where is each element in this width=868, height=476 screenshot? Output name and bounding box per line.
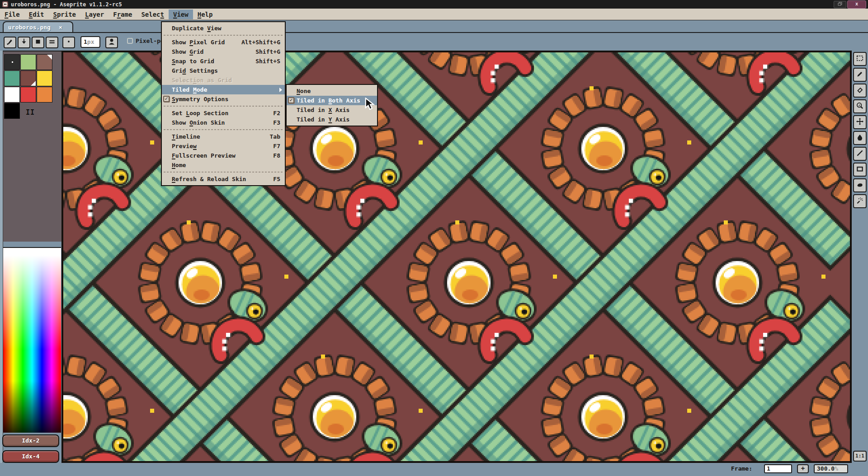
palette-swatch[interactable] [37,87,52,103]
app-icon [2,1,8,7]
view-menu-item-refresh-reload-skin[interactable]: Refresh & Reload SkinF5 [162,174,285,184]
tab-bar: uroboros.png × [0,20,868,32]
idx-4-color-button[interactable]: Idx-4 [2,450,59,463]
palette-swatch[interactable] [20,87,36,103]
palette-swatch[interactable] [20,70,36,86]
brush-size-field[interactable]: 1px [80,36,100,48]
rectangle-tool-button[interactable] [853,163,867,177]
menubar-item-file[interactable]: File [0,9,24,19]
pixel-perfect-option[interactable]: Pixel-pe [127,37,164,44]
restore-window-button[interactable] [834,1,846,8]
view-menu-item-show-pixel-grid[interactable]: Show Pixel GridAlt+Shift+G [162,37,285,47]
tool-bar: 1:1 [852,51,868,463]
view-menu-item-timeline[interactable]: TimelineTab [162,132,285,141]
view-menu-item-preview[interactable]: PreviewF7 [162,141,285,151]
move-tool-icon [856,117,864,127]
palette-swatch[interactable] [4,87,20,103]
tab-uroboros[interactable]: uroboros.png × [3,21,73,32]
frame-number-input[interactable]: 1 [764,464,792,473]
background-color-marker [31,81,36,86]
view-menu-item-symmetry-options[interactable]: ✓Symmetry Options [162,94,285,104]
tab-label: uroboros.png [8,24,51,31]
context-bar: 1px Pixel-pe [0,32,868,51]
view-menu-item-set-loop-section[interactable]: Set Loop SectionF2 [162,108,285,118]
palette-swatch[interactable] [20,54,36,70]
zoom-1-1-button[interactable]: 1:1 [853,451,867,462]
palette-swatch[interactable] [37,70,52,86]
view-menu-item-selection-as-grid: Selection as Grid [162,75,285,85]
spray-tool-icon [856,196,864,206]
contour-tool-icon [856,181,864,191]
menu-separator [162,127,285,132]
brush-dot-button[interactable] [62,37,75,48]
contour-tool-button[interactable] [853,178,867,192]
menubar-item-edit[interactable]: Edit [24,9,49,19]
view-menu-item-duplicate-view[interactable]: Duplicate View [162,23,285,33]
ink-icon [6,37,14,47]
move-tool-button[interactable] [853,115,867,129]
checkmark-icon: ✓ [163,96,170,102]
paint-bucket-tool-icon [856,133,864,143]
close-window-button[interactable]: x [847,0,866,9]
menu-separator [162,104,285,108]
palette-swatch[interactable] [4,54,20,70]
bust-icon [108,37,116,47]
view-menu-item-show-onion-skin[interactable]: Show Onion SkinF3 [162,118,285,127]
palette-cursor: II [26,108,35,117]
rectangular-marquee-tool-button[interactable] [853,52,867,66]
menubar-item-layer[interactable]: Layer [80,9,108,19]
palette-panel: II [3,51,62,242]
eraser-tool-icon [856,86,864,96]
menu-separator [162,170,285,174]
line-tool-button[interactable] [853,147,867,161]
eyedropper-zoom-tool-button[interactable] [853,99,867,113]
palette-swatch[interactable] [4,70,20,86]
ink-button[interactable] [4,37,16,48]
brush-lines-button[interactable] [46,37,58,48]
brush-preview-button[interactable] [105,37,118,48]
brush-arrow-button[interactable] [18,37,30,48]
view-menu-item-snap-to-grid[interactable]: Snap to GridShift+S [162,56,285,66]
aseprite-window: uroboros.png - Aseprite v1.1.2-rc5 x Fil… [0,0,868,476]
view-menu-item-fullscreen-preview[interactable]: Fullscreen PreviewF8 [162,151,285,160]
view-menu-item-grid-settings[interactable]: Grid Settings [162,66,285,75]
add-frame-button[interactable]: + [797,464,809,473]
menubar-item-select[interactable]: Select [137,9,169,19]
pixel-perfect-label: Pixel-pe [136,37,164,44]
menubar-item-view[interactable]: View [169,9,193,19]
line-tool-icon [856,149,864,159]
rectangular-marquee-tool-icon [856,54,864,64]
menubar-item-frame[interactable]: Frame [108,9,137,19]
lines-icon [48,37,56,47]
zoom-level-field[interactable]: 300.0% [814,464,848,473]
tiled-mode-item-tiled-in-y-axis[interactable]: Tiled in Y Axis [287,115,377,124]
color-spectrum-picker[interactable] [3,247,61,433]
menu-separator [162,33,285,37]
tiled-mode-item-tiled-in-x-axis[interactable]: Tiled in X Axis [287,105,377,115]
pencil-tool-button[interactable] [853,68,867,82]
title-bar: uroboros.png - Aseprite v1.1.2-rc5 x [0,0,868,9]
tiled-mode-item-none[interactable]: None [287,86,377,96]
window-title: uroboros.png - Aseprite v1.1.2-rc5 [11,1,122,8]
pencil-tool-icon [856,70,864,80]
view-menu-item-show-grid[interactable]: Show GridShift+G [162,47,285,56]
palette-swatch[interactable] [37,54,52,70]
menubar-item-help[interactable]: Help [193,9,217,19]
paint-bucket-tool-button[interactable] [853,131,867,145]
square-icon [34,37,42,47]
brush-square-button[interactable] [32,37,44,48]
tab-close-icon[interactable]: × [59,24,62,31]
tiled-mode-item-tiled-in-both-axis[interactable]: ✓Tiled in Both Axis [287,96,377,105]
dot-icon [65,37,73,47]
rectangle-tool-icon [856,165,864,175]
view-menu-item-home[interactable]: Home [162,160,285,170]
eraser-tool-button[interactable] [853,84,867,98]
menubar-item-sprite[interactable]: Sprite [48,9,80,19]
spray-tool-button[interactable] [853,194,867,208]
pixel-perfect-checkbox[interactable] [127,38,133,44]
foreground-color-marker [47,55,52,60]
mouse-cursor-icon [364,98,377,112]
idx-2-color-button[interactable]: Idx-2 [2,434,59,447]
view-menu-item-tiled-mode[interactable]: Tiled Mode [162,85,285,94]
palette-swatch[interactable] [4,103,20,119]
